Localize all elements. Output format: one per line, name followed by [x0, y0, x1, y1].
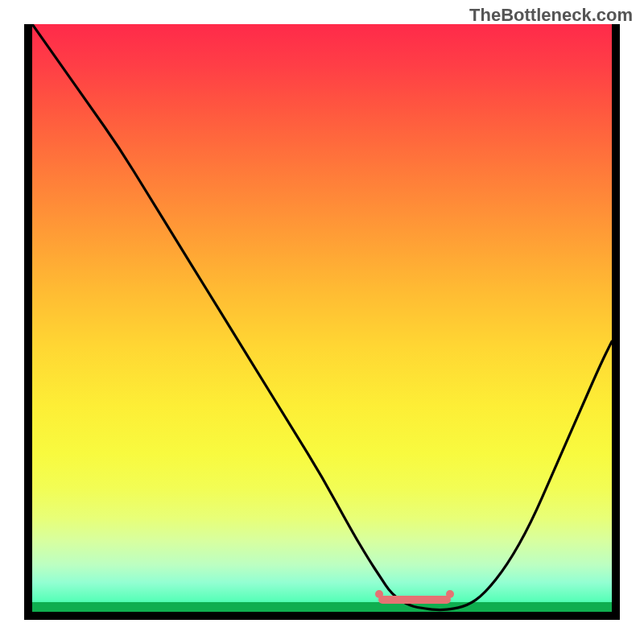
plot-area — [32, 24, 612, 612]
chart-container: TheBottleneck.com — [0, 0, 644, 644]
optimal-range-band — [378, 596, 451, 604]
watermark-text: TheBottleneck.com — [469, 5, 633, 26]
bottleneck-curve — [32, 24, 612, 612]
plot-frame — [24, 24, 620, 620]
